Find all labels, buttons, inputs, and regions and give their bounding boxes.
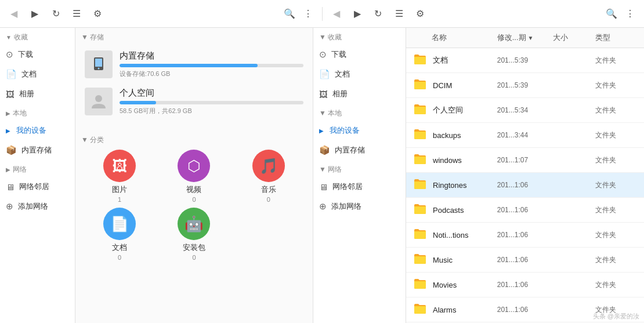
local-arrow: ▶ [6, 110, 10, 117]
sidebar-item-mydevice[interactable]: ▶ 我的设备 [0, 121, 75, 140]
folder-icon [413, 278, 427, 292]
docs-circle: 📄 [103, 208, 136, 240]
file-name: Noti...tions [433, 231, 468, 239]
table-row[interactable]: 个人空间 201...5:34 文件夹 [406, 98, 644, 123]
second-sidebar-downloads[interactable]: ⊙ 下载 [313, 45, 406, 64]
category-music[interactable]: 🎵 音乐 0 [234, 150, 303, 203]
file-date: 201...5:34 [497, 106, 553, 114]
table-row[interactable]: backups 201...3:44 文件夹 [406, 123, 644, 148]
settings-button-left[interactable]: ⚙ [88, 5, 107, 23]
sidebar-item-documents[interactable]: 📄 文档 [0, 64, 75, 84]
sidebar-item-network[interactable]: 🖥 网络邻居 [0, 177, 75, 197]
date-col-header[interactable]: 修改...期 ▼ [497, 32, 553, 43]
table-row[interactable]: Movies 201...1:06 文件夹 [406, 273, 644, 297]
table-row[interactable]: 文档 201...5:39 文件夹 [406, 48, 644, 73]
more-button-left[interactable]: ⋮ [299, 5, 317, 23]
second-network-header: ▼ 网络 [313, 160, 406, 177]
file-date: 201...1:06 [497, 281, 553, 289]
internal-storage-item[interactable]: 内置存储 设备存储:70.6 GB [85, 50, 303, 78]
second-sidebar-add-network[interactable]: ⊕ 添加网络 [313, 197, 406, 216]
file-type: 文件夹 [595, 205, 637, 215]
left-toolbar-section: ◀ ▶ ↻ ☰ ⚙ [5, 5, 107, 23]
second-sidebar-network[interactable]: 🖥 网络邻居 [313, 177, 406, 197]
type-col-header[interactable]: 类型 [595, 32, 637, 43]
svg-point-3 [95, 95, 102, 102]
category-section: 🖼 图片 1 ⬡ 视频 0 🎵 音乐 0 📄 文档 0 [75, 147, 313, 263]
refresh-button-right[interactable]: ↻ [369, 5, 388, 23]
folder-icon [413, 78, 427, 92]
second-download-icon: ⊙ [319, 49, 327, 60]
second-favorites-header: ▼ 收藏 [313, 28, 406, 45]
folder-icon [413, 53, 427, 67]
list-button-right[interactable]: ☰ [390, 5, 408, 23]
document-icon: 📄 [6, 69, 17, 79]
file-date: 201...1:07 [497, 156, 553, 164]
file-date: 201...1:06 [497, 231, 553, 239]
table-row[interactable]: Music 201...1:06 文件夹 [406, 248, 644, 273]
back-button-right[interactable]: ◀ [327, 5, 346, 23]
main-content: ▼ 收藏 ⊙ 下载 📄 文档 🖼 相册 ▶ 本地 ▶ 我的设备 📦 内置存储 ▶ [0, 28, 644, 323]
folder-icon [413, 128, 427, 142]
file-type: 文件夹 [595, 81, 637, 90]
second-sidebar-mydevice[interactable]: ▶ 我的设备 [313, 121, 406, 140]
personal-storage-desc: 58.5 GB可用，共62.9 GB [120, 107, 303, 115]
network-arrow: ▶ [6, 166, 10, 173]
add-network-icon: ⊕ [6, 201, 13, 212]
folder-icon [413, 203, 427, 217]
search-button-right[interactable]: 🔍 [602, 5, 621, 23]
top-toolbar: ◀ ▶ ↻ ☰ ⚙ 🔍 ⋮ ◀ ▶ ↻ ☰ ⚙ 🔍 ⋮ [0, 0, 644, 28]
category-videos[interactable]: ⬡ 视频 0 [159, 150, 229, 203]
forward-button-right[interactable]: ▶ [348, 5, 367, 23]
person-icon [85, 88, 113, 115]
menu-button-left[interactable]: ☰ [67, 5, 86, 23]
file-date: 201...5:39 [497, 56, 553, 64]
sidebar-item-internal[interactable]: 📦 内置存储 [0, 140, 75, 160]
file-type: 文件夹 [595, 56, 637, 66]
table-row[interactable]: Noti...tions 201...1:06 文件夹 [406, 223, 644, 248]
folder-icon [413, 103, 427, 117]
more-button-right[interactable]: ⋮ [621, 5, 639, 23]
sidebar-item-downloads[interactable]: ⊙ 下载 [0, 45, 75, 64]
category-photos[interactable]: 🖼 图片 1 [85, 150, 154, 203]
category-apps[interactable]: 🤖 安装包 0 [159, 208, 229, 261]
table-row[interactable]: DCIM 201...5:39 文件夹 [406, 73, 644, 98]
category-grid: 🖼 图片 1 ⬡ 视频 0 🎵 音乐 0 📄 文档 0 [85, 150, 303, 261]
table-row[interactable]: Podcasts 201...1:06 文件夹 [406, 198, 644, 223]
second-local-header: ▼ 本地 [313, 104, 406, 121]
second-sidebar-internal[interactable]: 📦 内置存储 [313, 140, 406, 160]
right-panel: 名称 修改...期 ▼ 大小 类型 文档 201...5:39 文件夹 [406, 28, 644, 323]
table-row[interactable]: Ringtones 201...1:06 文件夹 [406, 173, 644, 198]
second-sidebar-documents[interactable]: 📄 文档 [313, 64, 406, 84]
category-docs[interactable]: 📄 文档 0 [85, 208, 154, 261]
size-col-header[interactable]: 大小 [553, 32, 595, 43]
folder-icon [413, 253, 427, 267]
personal-space-info: 个人空间 58.5 GB可用，共62.9 GB [120, 88, 303, 115]
folder-icon [413, 178, 427, 192]
file-date: 201...1:06 [497, 206, 553, 214]
videos-circle: ⬡ [178, 150, 210, 182]
file-type: 文件夹 [595, 280, 637, 290]
file-name: Alarms [433, 306, 456, 314]
file-name: windows [433, 156, 462, 165]
forward-button-left[interactable]: ▶ [26, 5, 44, 23]
internal-storage-desc: 设备存储:70.6 GB [120, 70, 303, 78]
settings-button-right[interactable]: ⚙ [411, 5, 429, 23]
right-toolbar-section: ◀ ▶ ↻ ☰ ⚙ [327, 5, 429, 23]
storage-section: 内置存储 设备存储:70.6 GB 个人空间 [75, 45, 313, 130]
refresh-button-left[interactable]: ↻ [46, 5, 65, 23]
second-sidebar-photos[interactable]: 🖼 相册 [313, 84, 406, 104]
photo-icon: 🖼 [6, 89, 15, 99]
search-button-left[interactable]: 🔍 [280, 5, 299, 23]
file-type: 文件夹 [595, 130, 637, 140]
file-name: Podcasts [433, 206, 464, 215]
sidebar-item-add-network[interactable]: ⊕ 添加网络 [0, 197, 75, 216]
second-active-arrow-icon: ▶ [319, 128, 324, 134]
second-left-panel: ▼ 收藏 ⊙ 下载 📄 文档 🖼 相册 ▼ 本地 ▶ 我的设备 📦 内置存储 ▼… [313, 28, 406, 323]
sidebar-item-photos[interactable]: 🖼 相册 [0, 84, 75, 104]
table-row[interactable]: windows 201...1:07 文件夹 [406, 148, 644, 173]
file-name: DCIM [433, 81, 452, 90]
sort-arrow-icon: ▼ [528, 35, 534, 41]
file-name: backups [433, 131, 461, 140]
personal-space-item[interactable]: 个人空间 58.5 GB可用，共62.9 GB [85, 88, 303, 115]
back-button-left[interactable]: ◀ [5, 5, 23, 23]
